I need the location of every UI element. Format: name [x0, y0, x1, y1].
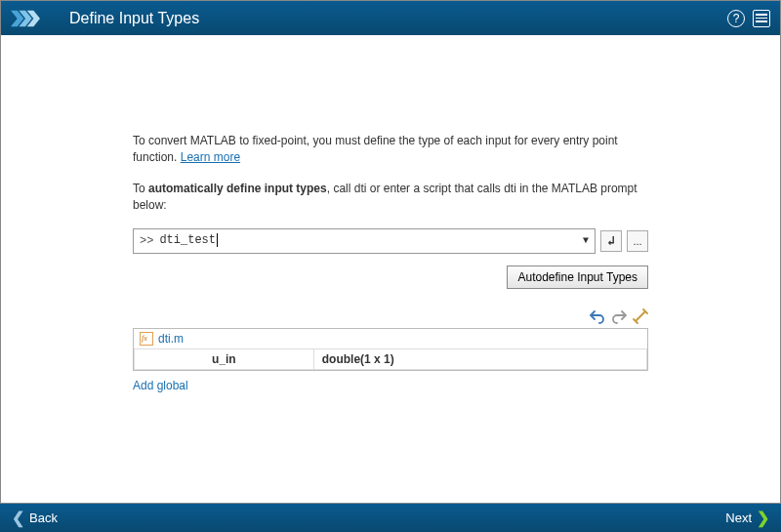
prompt-value: dti_test	[159, 234, 216, 248]
main-content: To convert MATLAB to fixed-point, you mu…	[1, 35, 780, 392]
browse-button[interactable]: ...	[627, 230, 648, 252]
page-title: Define Input Types	[69, 10, 727, 27]
type-toolbar	[133, 308, 648, 324]
next-button[interactable]: Next ❯	[725, 509, 769, 527]
back-label: Back	[29, 511, 58, 525]
auto-bold: automatically define input types	[148, 182, 327, 195]
var-name-cell: u_in	[135, 348, 314, 369]
autodefine-button[interactable]: Autodefine Input Types	[507, 266, 648, 289]
next-label: Next	[725, 511, 752, 525]
table-row[interactable]: u_in double(1 x 1)	[135, 348, 647, 369]
intro-text: To convert MATLAB to fixed-point, you mu…	[133, 133, 648, 167]
command-input[interactable]: >> dti_test ▼	[133, 228, 596, 254]
help-icon[interactable]: ?	[727, 10, 745, 27]
footer-bar: ❮ Back Next ❯	[0, 503, 781, 532]
auto-pre: To	[133, 182, 148, 195]
wizard-chevrons-icon	[11, 10, 60, 27]
menu-icon[interactable]	[753, 10, 770, 27]
function-file-icon	[140, 332, 153, 346]
prompt-prefix: >>	[140, 234, 153, 248]
run-button[interactable]: ↲	[600, 230, 622, 252]
arrow-right-icon: ❯	[757, 509, 769, 527]
file-name-link[interactable]: dti.m	[158, 332, 184, 346]
file-header: dti.m	[134, 329, 647, 348]
prompt-row: >> dti_test ▼ ↲ ...	[133, 228, 648, 254]
arrow-left-icon: ❮	[12, 509, 24, 527]
types-table: u_in double(1 x 1)	[134, 348, 647, 370]
undo-icon[interactable]	[590, 308, 605, 324]
tools-icon[interactable]	[633, 308, 648, 324]
text-cursor	[217, 233, 218, 247]
dropdown-icon[interactable]: ▼	[583, 235, 589, 246]
file-types-box: dti.m u_in double(1 x 1)	[133, 328, 648, 371]
header-bar: Define Input Types ?	[1, 1, 780, 35]
prompt-text: dti_test	[159, 233, 577, 247]
var-type-cell: double(1 x 1)	[313, 348, 646, 369]
back-button[interactable]: ❮ Back	[12, 509, 58, 527]
redo-icon[interactable]	[611, 308, 627, 324]
add-global-link[interactable]: Add global	[133, 379, 188, 392]
auto-instruction: To automatically define input types, cal…	[133, 181, 648, 215]
learn-more-link[interactable]: Learn more	[181, 150, 240, 164]
